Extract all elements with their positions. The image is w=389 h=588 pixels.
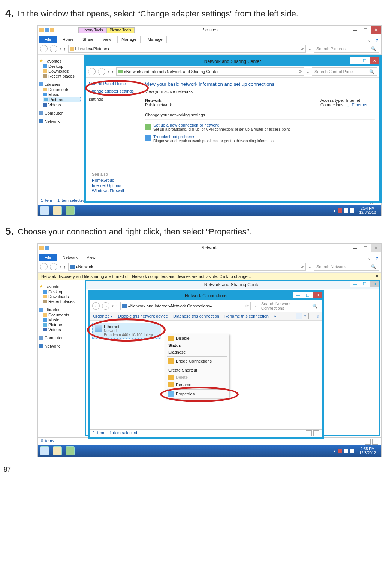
explorer-taskbar-icon[interactable] bbox=[53, 446, 62, 455]
ctx-create-shortcut[interactable]: Create Shortcut bbox=[165, 367, 229, 373]
sidebar-favorites[interactable]: ★Favorites bbox=[39, 58, 81, 63]
maximize-button[interactable]: ☐ bbox=[360, 57, 370, 64]
back-button[interactable]: ← bbox=[88, 68, 96, 75]
homegroup-link[interactable]: HomeGroup bbox=[92, 178, 135, 182]
icons-view-icon[interactable] bbox=[372, 439, 378, 445]
organize-menu[interactable]: Organize ▾ bbox=[93, 314, 113, 318]
sidebar-item-recent[interactable]: Recent places bbox=[43, 299, 81, 304]
advanced-settings-link[interactable]: settings bbox=[89, 97, 138, 101]
sidebar-item-desktop[interactable]: Desktop bbox=[43, 290, 81, 294]
ctx-properties[interactable]: Properties bbox=[165, 390, 229, 398]
share-tab[interactable]: Share bbox=[79, 36, 96, 43]
change-adapter-settings-link[interactable]: Change adapter settings bbox=[89, 89, 138, 93]
breadcrumb[interactable]: Network bbox=[78, 264, 93, 269]
ie-taskbar-icon[interactable] bbox=[40, 206, 49, 215]
ctx-status[interactable]: Status bbox=[165, 342, 229, 349]
sidebar-item-music[interactable]: Music bbox=[43, 318, 81, 322]
expand-ribbon-icon[interactable]: ⌄ bbox=[368, 38, 371, 43]
ie-taskbar-icon[interactable] bbox=[40, 446, 49, 455]
info-bar-close-icon[interactable]: ✕ bbox=[375, 274, 379, 279]
ctx-disable[interactable]: Disable bbox=[165, 334, 229, 342]
history-dropdown-icon[interactable]: ▾ bbox=[60, 47, 61, 51]
sidebar-item-music[interactable]: Music bbox=[43, 92, 81, 97]
sidebar-item-videos[interactable]: Videos bbox=[43, 103, 81, 107]
sidebar-item-documents[interactable]: Documents bbox=[43, 313, 81, 317]
save-icon[interactable] bbox=[45, 28, 49, 32]
up-button[interactable]: ↑ bbox=[64, 264, 66, 269]
sidebar-computer[interactable]: Computer bbox=[39, 111, 81, 115]
troubleshoot-action[interactable]: Troubleshoot problemsDiagnose and repair… bbox=[145, 134, 375, 143]
taskbar-clock[interactable]: 2:55 PM12/3/2012 bbox=[356, 446, 379, 456]
view-tab[interactable]: View bbox=[99, 36, 114, 43]
details-view-icon[interactable] bbox=[365, 439, 371, 445]
close-button[interactable]: ✕ bbox=[371, 244, 381, 252]
network-tray-icon[interactable] bbox=[344, 449, 348, 453]
sidebar-item-downloads[interactable]: Downloads bbox=[43, 69, 81, 73]
sidebar-item-documents[interactable]: Documents bbox=[43, 87, 81, 92]
refresh-icon[interactable]: ⟳ bbox=[245, 304, 249, 309]
home-tab[interactable]: Home bbox=[60, 36, 76, 43]
disable-device-button[interactable]: Disable this network device bbox=[118, 314, 168, 318]
address-bar[interactable]: Libraries ▸ Pictures ▸ ⟳ bbox=[68, 45, 306, 53]
sidebar-libraries[interactable]: Libraries bbox=[39, 307, 81, 312]
picture-tools-tab[interactable]: Picture Tools bbox=[106, 27, 135, 33]
icons-view-icon[interactable] bbox=[313, 430, 319, 436]
maximize-button[interactable]: ☐ bbox=[360, 26, 371, 34]
up-button[interactable]: ↑ bbox=[64, 46, 66, 51]
sidebar-item-videos[interactable]: Videos bbox=[43, 327, 81, 332]
diagnose-button[interactable]: Diagnose this connection bbox=[173, 314, 219, 318]
address-bar[interactable]: « Network and Internet ▸ Network and Sha… bbox=[116, 67, 304, 76]
breadcrumb[interactable]: Pictures bbox=[93, 46, 108, 51]
search-input[interactable]: Search Control Panel🔍 bbox=[312, 67, 377, 76]
minimize-button[interactable]: — bbox=[293, 292, 303, 298]
refresh-icon[interactable]: ⟳ bbox=[301, 46, 304, 51]
maximize-button[interactable]: ☐ bbox=[303, 292, 313, 298]
flag-icon[interactable] bbox=[338, 208, 342, 213]
more-tools[interactable]: » bbox=[274, 314, 276, 318]
ctx-bridge[interactable]: Bridge Connections bbox=[165, 357, 229, 365]
folder-icon[interactable] bbox=[39, 246, 44, 250]
history-dropdown-icon[interactable]: ▾ bbox=[112, 304, 114, 308]
forward-button[interactable]: → bbox=[50, 263, 57, 270]
help-icon[interactable]: ? bbox=[376, 256, 378, 261]
maximize-button[interactable]: ☐ bbox=[360, 281, 370, 287]
minimize-button[interactable]: — bbox=[350, 244, 360, 252]
up-button[interactable]: ↑ bbox=[112, 69, 114, 74]
minimize-button[interactable]: — bbox=[350, 26, 360, 34]
sidebar-computer[interactable]: Computer bbox=[39, 336, 81, 340]
sidebar-libraries[interactable]: Libraries bbox=[39, 82, 81, 87]
history-dropdown-icon[interactable]: ▾ bbox=[60, 265, 61, 269]
flag-icon[interactable] bbox=[338, 449, 342, 453]
internet-options-link[interactable]: Internet Options bbox=[92, 183, 135, 188]
sidebar-item-recent[interactable]: Recent places bbox=[43, 74, 81, 78]
explorer-taskbar-icon[interactable] bbox=[53, 206, 62, 215]
volume-icon[interactable] bbox=[350, 449, 354, 453]
ethernet-connection-item[interactable]: Ethernet Network Broadcom 440x 10/100 In… bbox=[92, 323, 161, 339]
maximize-button[interactable]: ☐ bbox=[360, 244, 371, 252]
sidebar-item-pictures[interactable]: Pictures bbox=[43, 97, 81, 102]
address-bar[interactable]: ▸ Network ⟳ bbox=[68, 263, 306, 271]
refresh-icon[interactable]: ⟳ bbox=[299, 69, 302, 74]
close-button[interactable]: ✕ bbox=[371, 26, 381, 34]
manage-tab-1[interactable]: Manage bbox=[117, 36, 141, 43]
tray-expand-icon[interactable]: ▴ bbox=[334, 209, 335, 212]
folder-icon[interactable] bbox=[39, 28, 44, 32]
back-button[interactable]: ← bbox=[92, 302, 100, 310]
ctx-diagnose[interactable]: Diagnose bbox=[165, 349, 229, 355]
ethernet-link[interactable]: Ethernet bbox=[352, 103, 367, 107]
manage-tab-2[interactable]: Manage bbox=[144, 36, 167, 43]
close-button[interactable]: ✕ bbox=[313, 292, 322, 298]
ctx-rename[interactable]: Rename bbox=[165, 381, 229, 388]
windows-firewall-link[interactable]: Windows Firewall bbox=[92, 188, 135, 193]
cp-home-link[interactable]: Control Panel Home bbox=[89, 81, 138, 86]
search-input[interactable]: Search Network🔍 bbox=[314, 263, 379, 271]
minimize-button[interactable]: — bbox=[350, 281, 360, 287]
tray-expand-icon[interactable]: ▴ bbox=[334, 449, 335, 453]
forward-button[interactable]: → bbox=[98, 68, 105, 75]
history-dropdown-icon[interactable]: ▾ bbox=[108, 70, 109, 73]
controlpanel-taskbar-icon[interactable] bbox=[66, 206, 75, 215]
folder-icon[interactable] bbox=[50, 28, 54, 32]
file-tab[interactable]: File bbox=[39, 254, 57, 261]
refresh-icon[interactable]: ⟳ bbox=[301, 264, 304, 269]
preview-pane-icon[interactable] bbox=[308, 313, 314, 319]
